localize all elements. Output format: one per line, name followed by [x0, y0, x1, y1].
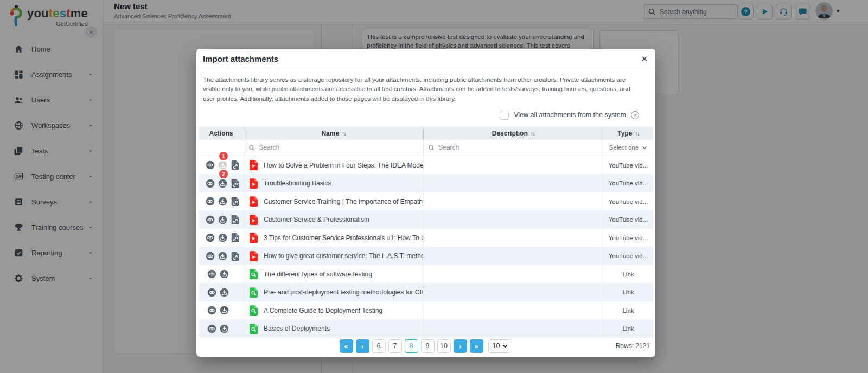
app-root: youtestme GetCertified « Home Assignment… — [0, 0, 868, 373]
description-cell — [424, 210, 603, 229]
step-badge: 1 — [219, 152, 228, 160]
page-size-value: 10 — [493, 342, 500, 350]
page-button-10[interactable]: 10 — [437, 339, 451, 353]
table-row: 3 Tips for Customer Service Professional… — [199, 229, 653, 247]
type-cell: YouTube vid... — [603, 174, 653, 192]
name-filter-input[interactable] — [259, 144, 419, 151]
attachments-table: Actions Name↑↓ Description↑↓ Type↑↓ Sele… — [199, 127, 653, 338]
preview-icon[interactable] — [206, 252, 215, 261]
type-cell: Link — [603, 265, 653, 284]
name-cell[interactable]: 3 Tips for Customer Service Professional… — [244, 229, 424, 247]
view-all-row: View all attachments from the system ? — [196, 111, 639, 120]
preview-icon[interactable] — [206, 197, 215, 206]
description-cell — [424, 283, 603, 301]
description-cell — [424, 156, 603, 175]
view-all-label: View all attachments from the system — [514, 111, 626, 119]
sort-icon[interactable]: ↑↓ — [635, 130, 639, 137]
chevron-down-icon — [642, 146, 647, 150]
attachment-name: Pre- and post-deployment testing methodo… — [264, 288, 423, 296]
name-filter[interactable] — [244, 140, 424, 156]
name-cell[interactable]: Customer Service & Professionalism — [244, 210, 424, 229]
import-icon[interactable] — [220, 288, 229, 297]
table-body: 1 How to Solve a Problem in Four Steps: … — [199, 156, 653, 338]
search-icon — [248, 144, 255, 151]
sort-icon[interactable]: ↑↓ — [342, 130, 346, 137]
attachment-name: How to Solve a Problem in Four Steps: Th… — [264, 162, 423, 169]
name-cell[interactable]: How to give great customer service: The … — [244, 247, 424, 265]
type-filter-select[interactable]: Select one — [603, 140, 653, 156]
preview-icon[interactable] — [206, 179, 215, 188]
import-icon[interactable] — [218, 252, 227, 261]
youtube-video-icon — [250, 233, 258, 243]
actions-cell — [199, 283, 244, 301]
preview-icon[interactable] — [207, 269, 216, 279]
preview-icon[interactable] — [207, 288, 216, 297]
preview-icon[interactable] — [207, 324, 216, 333]
import-icon[interactable] — [220, 269, 229, 279]
file-link-icon[interactable] — [231, 233, 240, 242]
preview-icon[interactable] — [206, 215, 215, 224]
page-button-6[interactable]: 6 — [372, 339, 386, 353]
description-cell — [424, 192, 603, 211]
page-button-8[interactable]: 8 — [405, 339, 418, 353]
description-filter-input[interactable] — [438, 144, 598, 151]
attachment-name: The different types of software testing — [264, 271, 372, 278]
table-row: 1 How to Solve a Problem in Four Steps: … — [199, 156, 653, 175]
youtube-video-icon — [250, 160, 258, 170]
actions-cell — [199, 210, 244, 229]
file-link-icon[interactable] — [231, 215, 240, 224]
step-badge: 2 — [219, 170, 228, 178]
import-icon[interactable] — [220, 306, 229, 315]
attachment-name: 3 Tips for Customer Service Professional… — [264, 234, 423, 242]
page-size-select[interactable]: 10 — [488, 339, 513, 353]
name-cell[interactable]: The different types of software testing — [244, 265, 424, 284]
name-cell[interactable]: How to Solve a Problem in Four Steps: Th… — [244, 156, 424, 175]
page-button-7[interactable]: 7 — [388, 339, 402, 353]
rows-count-label: Rows: 2121 — [616, 342, 650, 350]
modal-description: The attachments library serves as a stor… — [196, 69, 655, 104]
preview-icon[interactable] — [206, 160, 215, 170]
description-cell — [424, 265, 603, 284]
description-cell — [424, 247, 603, 265]
table-row: How to give great customer service: The … — [199, 247, 653, 265]
file-link-icon[interactable] — [231, 197, 240, 206]
preview-icon[interactable] — [207, 306, 216, 315]
name-cell[interactable]: Pre- and post-deployment testing methodo… — [244, 283, 424, 301]
prev-page-button[interactable]: ‹ — [356, 339, 369, 353]
actions-cell — [199, 265, 244, 284]
link-icon — [250, 305, 258, 316]
close-icon[interactable]: ✕ — [641, 55, 648, 63]
table-row: A Complete Guide to Deployment Testing L… — [199, 301, 653, 320]
last-page-button[interactable]: » — [470, 339, 483, 353]
pagination: «‹678910›»10 — [340, 339, 513, 353]
name-cell[interactable]: A Complete Guide to Deployment Testing — [244, 301, 424, 320]
first-page-button[interactable]: « — [340, 339, 353, 353]
link-icon — [250, 324, 258, 334]
file-link-icon[interactable] — [231, 179, 240, 188]
sort-icon[interactable]: ↑↓ — [531, 130, 535, 137]
import-icon[interactable] — [220, 324, 229, 333]
preview-icon[interactable] — [206, 233, 215, 242]
table-header-row: Actions Name↑↓ Description↑↓ Type↑↓ — [199, 127, 653, 140]
import-icon[interactable] — [218, 179, 227, 188]
type-cell: Link — [603, 283, 653, 301]
column-header-description: Description↑↓ — [424, 127, 603, 140]
name-cell[interactable]: Customer Service Training | The Importan… — [244, 192, 424, 211]
import-icon[interactable] — [218, 160, 227, 170]
file-link-icon[interactable] — [231, 252, 240, 261]
page-button-9[interactable]: 9 — [421, 339, 435, 353]
youtube-video-icon — [250, 196, 258, 207]
import-icon[interactable] — [218, 233, 227, 242]
import-icon[interactable] — [218, 215, 227, 224]
name-cell[interactable]: Troubleshooting Basics — [244, 174, 424, 192]
file-link-icon[interactable] — [231, 160, 240, 170]
type-cell: YouTube vid... — [603, 192, 653, 211]
view-all-checkbox[interactable] — [500, 111, 509, 120]
next-page-button[interactable]: › — [454, 339, 467, 353]
description-filter[interactable] — [424, 140, 603, 156]
attachment-name: Basics of Deployments — [264, 325, 330, 332]
info-icon[interactable]: ? — [631, 111, 639, 119]
import-icon[interactable] — [218, 197, 227, 206]
type-cell: YouTube vid... — [603, 229, 653, 247]
youtube-video-icon — [250, 178, 258, 189]
